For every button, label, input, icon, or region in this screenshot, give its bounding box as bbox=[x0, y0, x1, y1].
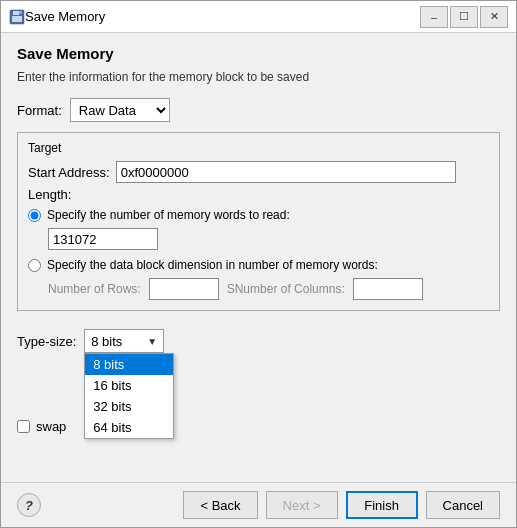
type-size-option-32[interactable]: 32 bits bbox=[85, 396, 173, 417]
rows-input[interactable] bbox=[149, 278, 219, 300]
help-button[interactable]: ? bbox=[17, 493, 41, 517]
finish-button[interactable]: Finish bbox=[346, 491, 418, 519]
next-button[interactable]: Next > bbox=[266, 491, 338, 519]
target-group: Target Start Address: Length: Specify th… bbox=[17, 132, 500, 311]
cancel-button[interactable]: Cancel bbox=[426, 491, 500, 519]
rows-cols-row: Number of Rows: SNumber of Columns: bbox=[48, 278, 489, 300]
save-memory-dialog: Save Memory – ☐ ✕ Save Memory Enter the … bbox=[0, 0, 517, 528]
type-size-option-64[interactable]: 64 bits bbox=[85, 417, 173, 438]
minimize-button[interactable]: – bbox=[420, 6, 448, 28]
type-size-value: 8 bits bbox=[91, 334, 122, 349]
svg-rect-3 bbox=[19, 11, 22, 14]
swap-label: swap bbox=[36, 419, 66, 434]
svg-rect-1 bbox=[12, 16, 22, 22]
length-label: Length: bbox=[28, 187, 489, 202]
type-size-row: Type-size: 8 bits ▼ 8 bits 16 bits 32 bi… bbox=[17, 329, 500, 353]
type-size-dropdown-container: 8 bits ▼ 8 bits 16 bits 32 bits 64 bits bbox=[84, 329, 164, 353]
start-address-row: Start Address: bbox=[28, 161, 489, 183]
format-label: Format: bbox=[17, 103, 62, 118]
swap-checkbox[interactable] bbox=[17, 420, 30, 433]
radio-specify-dimension[interactable] bbox=[28, 259, 41, 272]
back-button[interactable]: < Back bbox=[183, 491, 257, 519]
format-row: Format: Raw Data Intel Hex Motorola S bbox=[17, 98, 500, 122]
target-label: Target bbox=[28, 141, 489, 155]
title-bar-text: Save Memory bbox=[25, 9, 420, 24]
radio-specify-words[interactable] bbox=[28, 209, 41, 222]
type-size-select-button[interactable]: 8 bits ▼ bbox=[84, 329, 164, 353]
format-select[interactable]: Raw Data Intel Hex Motorola S bbox=[70, 98, 170, 122]
length-value-input[interactable] bbox=[48, 228, 158, 250]
dropdown-arrow-icon: ▼ bbox=[147, 336, 157, 347]
radio-specify-words-label: Specify the number of memory words to re… bbox=[47, 208, 290, 222]
maximize-button[interactable]: ☐ bbox=[450, 6, 478, 28]
type-size-option-8[interactable]: 8 bits bbox=[85, 354, 173, 375]
title-bar: Save Memory – ☐ ✕ bbox=[1, 1, 516, 33]
start-address-input[interactable] bbox=[116, 161, 456, 183]
type-size-dropdown-menu: 8 bits 16 bits 32 bits 64 bits bbox=[84, 353, 174, 439]
start-address-label: Start Address: bbox=[28, 165, 110, 180]
radio-specify-dimension-row: Specify the data block dimension in numb… bbox=[28, 258, 489, 272]
svg-rect-2 bbox=[13, 11, 19, 15]
window-icon bbox=[9, 9, 25, 25]
dialog-footer: ? < Back Next > Finish Cancel bbox=[1, 482, 516, 527]
cols-label: SNumber of Columns: bbox=[227, 282, 345, 296]
title-bar-buttons: – ☐ ✕ bbox=[420, 6, 508, 28]
type-size-label: Type-size: bbox=[17, 334, 76, 349]
dialog-subheading: Enter the information for the memory blo… bbox=[17, 70, 500, 84]
close-button[interactable]: ✕ bbox=[480, 6, 508, 28]
dialog-heading: Save Memory bbox=[17, 45, 500, 62]
type-size-option-16[interactable]: 16 bits bbox=[85, 375, 173, 396]
rows-label: Number of Rows: bbox=[48, 282, 141, 296]
radio-specify-words-row: Specify the number of memory words to re… bbox=[28, 208, 489, 222]
footer-buttons: < Back Next > Finish Cancel bbox=[183, 491, 500, 519]
dialog-content: Save Memory Enter the information for th… bbox=[1, 33, 516, 482]
cols-input[interactable] bbox=[353, 278, 423, 300]
radio-specify-dimension-label: Specify the data block dimension in numb… bbox=[47, 258, 378, 272]
